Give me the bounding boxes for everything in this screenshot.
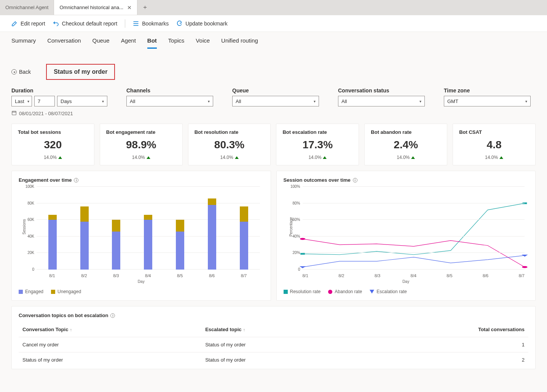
tab-agent[interactable]: Agent bbox=[121, 37, 136, 49]
app-tab-agent[interactable]: Omnichannel Agent bbox=[0, 0, 54, 15]
new-tab-button[interactable]: ＋ bbox=[137, 0, 153, 15]
chevron-down-icon: ▾ bbox=[27, 99, 29, 103]
kpi-title: Bot escalation rate bbox=[282, 129, 352, 135]
svg-point-3 bbox=[300, 238, 305, 240]
cmd-label: Update bookmark bbox=[185, 21, 228, 27]
filter-channels: Channels All▾ bbox=[126, 87, 213, 106]
edit-report-button[interactable]: Edit report bbox=[11, 21, 45, 27]
legend-unengaged: Unengaged bbox=[51, 289, 81, 294]
header-row: ◂ Back Status of my order bbox=[11, 64, 536, 80]
legend-resolution: Resolution rate bbox=[284, 289, 321, 294]
chart-outcomes: Session outcomes over time i Percentage … bbox=[276, 171, 536, 301]
page-tab-strip: Summary Conversation Queue Agent Bot Top… bbox=[0, 32, 547, 49]
sort-icon: ↑ bbox=[70, 327, 72, 332]
conversation-status-select[interactable]: All▾ bbox=[338, 96, 425, 106]
pencil-icon bbox=[11, 21, 18, 27]
topic-title-highlight: Status of my order bbox=[46, 64, 115, 80]
select-value: GMT bbox=[447, 98, 458, 104]
date-range-text: 08/01/2021 - 08/07/2021 bbox=[19, 111, 73, 116]
tab-voice[interactable]: Voice bbox=[196, 37, 210, 49]
table-row[interactable]: Cancel my orderStatus of my order1 bbox=[19, 337, 528, 352]
filter-label: Queue bbox=[232, 87, 319, 94]
select-value: 7 bbox=[38, 98, 40, 104]
tab-unified-routing[interactable]: Unified routing bbox=[221, 37, 258, 49]
list-icon bbox=[133, 21, 139, 27]
channels-select[interactable]: All▾ bbox=[126, 96, 213, 106]
kpi-title: Total bot sessions bbox=[18, 129, 88, 135]
tab-bot[interactable]: Bot bbox=[147, 37, 157, 49]
back-button[interactable]: ◂ Back bbox=[11, 69, 31, 75]
cmd-label: Checkout default report bbox=[62, 21, 118, 27]
kpi-row: Total bot sessions 320 14.0% Bot engagem… bbox=[11, 124, 536, 165]
update-bookmark-button[interactable]: Update bookmark bbox=[176, 21, 228, 27]
filter-status: Conversation status All▾ bbox=[338, 87, 425, 106]
filter-queue: Queue All▾ bbox=[232, 87, 319, 106]
tab-conversation[interactable]: Conversation bbox=[47, 37, 81, 49]
cell-escalated: Status of my order bbox=[201, 337, 355, 352]
chart-title: Engagement over time i bbox=[19, 177, 264, 183]
col-conversation-topic[interactable]: Conversation Topic↑ bbox=[19, 322, 201, 337]
duration-value-input[interactable]: 7 bbox=[34, 96, 55, 106]
cell-escalated: Status of my order bbox=[201, 352, 355, 368]
info-icon[interactable]: i bbox=[74, 178, 78, 183]
select-value: Last bbox=[15, 98, 24, 104]
col-escalated-topic[interactable]: Escalated topic↑ bbox=[201, 322, 355, 337]
kpi-value: 17.3% bbox=[282, 139, 352, 151]
bookmarks-button[interactable]: Bookmarks bbox=[133, 21, 169, 27]
chart-legend: Engaged Unengaged bbox=[19, 289, 264, 294]
legend-abandon: Abandon rate bbox=[328, 289, 362, 294]
close-icon[interactable]: ✕ bbox=[127, 5, 132, 11]
date-range: 08/01/2021 - 08/07/2021 bbox=[11, 110, 536, 117]
filter-bar: Duration Last▾ 7 Days▾ Channels All▾ Que… bbox=[11, 87, 536, 106]
checkout-report-button[interactable]: Checkout default report bbox=[53, 21, 118, 27]
chevron-down-icon: ▾ bbox=[102, 99, 104, 103]
chart-engagement: Engagement over time i Sessions 020K40K6… bbox=[11, 171, 271, 301]
kpi-trend: 14.0% bbox=[195, 155, 265, 160]
filter-label: Conversation status bbox=[338, 87, 425, 94]
select-value: All bbox=[236, 98, 241, 104]
legend-escalation: Escalation rate bbox=[370, 289, 407, 294]
content-area: ◂ Back Status of my order Duration Last▾… bbox=[0, 49, 547, 381]
kpi-trend: 14.0% bbox=[18, 155, 88, 160]
info-icon[interactable]: i bbox=[353, 178, 357, 183]
swatch-icon bbox=[51, 290, 55, 294]
kpi-trend: 14.0% bbox=[459, 155, 529, 160]
info-icon[interactable]: i bbox=[110, 313, 115, 318]
app-tab-historical[interactable]: Omnichannel historical ana... ✕ bbox=[54, 0, 137, 15]
app-tab-label: Omnichannel Agent bbox=[5, 5, 48, 10]
tab-summary[interactable]: Summary bbox=[11, 37, 36, 49]
table-header-row: Conversation Topic↑ Escalated topic↑ Tot… bbox=[19, 322, 528, 337]
col-total-conversations[interactable]: Total conversations bbox=[356, 322, 528, 337]
table-title-row: Conversation topics on bot escalation i bbox=[19, 313, 528, 318]
queue-select[interactable]: All▾ bbox=[232, 96, 319, 106]
chevron-down-icon: ▾ bbox=[314, 99, 316, 103]
select-value: Days bbox=[61, 98, 72, 104]
duration-unit-select[interactable]: Days▾ bbox=[57, 96, 107, 106]
kpi-value: 2.4% bbox=[371, 139, 441, 151]
timezone-select[interactable]: GMT▾ bbox=[444, 96, 531, 106]
trend-up-icon bbox=[235, 156, 239, 159]
cell-total: 1 bbox=[356, 337, 528, 352]
kpi-csat: Bot CSAT 4.8 14.0% bbox=[453, 124, 536, 165]
select-value: All bbox=[341, 98, 347, 104]
chevron-down-icon: ▾ bbox=[525, 99, 527, 103]
cmd-label: Bookmarks bbox=[142, 21, 169, 27]
tab-topics[interactable]: Topics bbox=[168, 37, 185, 49]
command-bar: Edit report Checkout default report Book… bbox=[0, 15, 547, 32]
kpi-trend: 14.0% bbox=[282, 155, 352, 160]
swatch-icon bbox=[328, 290, 332, 294]
tab-queue[interactable]: Queue bbox=[92, 37, 110, 49]
filter-label: Time zone bbox=[444, 87, 531, 94]
escalation-table-card: Conversation topics on bot escalation i … bbox=[11, 306, 536, 369]
duration-mode-select[interactable]: Last▾ bbox=[11, 96, 32, 106]
swatch-icon bbox=[19, 290, 23, 294]
trend-up-icon bbox=[58, 156, 62, 159]
swatch-icon bbox=[284, 290, 288, 294]
table-row[interactable]: Status of my orderStatus of my order2 bbox=[19, 352, 528, 368]
table-title: Conversation topics on bot escalation bbox=[19, 313, 108, 318]
kpi-engagement-rate: Bot engagement rate 98.9% 14.0% bbox=[100, 124, 183, 165]
kpi-title: Bot engagement rate bbox=[106, 129, 176, 135]
trend-up-icon bbox=[147, 156, 150, 159]
filter-duration: Duration Last▾ 7 Days▾ bbox=[11, 87, 107, 106]
back-label: Back bbox=[19, 69, 31, 75]
